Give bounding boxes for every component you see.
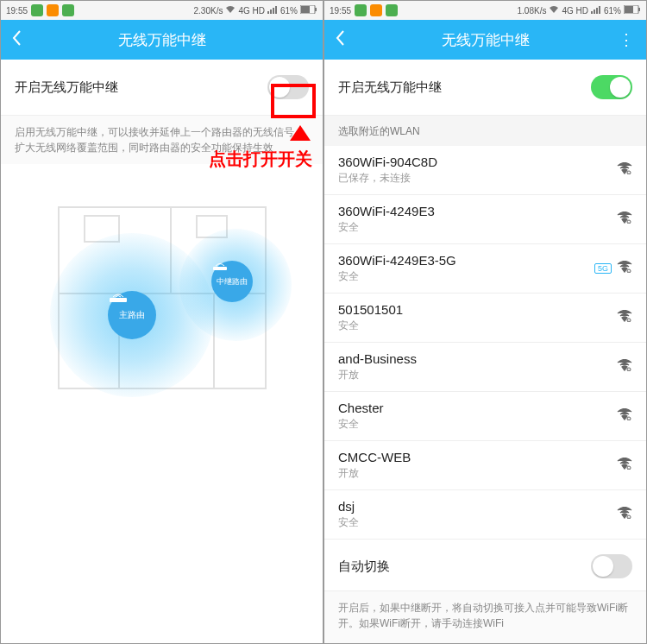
more-button[interactable]: ⋮ — [619, 30, 634, 49]
title-bar: 无线万能中继 ⋮ — [324, 20, 646, 60]
auto-switch-row[interactable]: 自动切换 — [324, 542, 646, 591]
status-net: 4G HD — [562, 6, 588, 16]
wifi-item[interactable]: 360WiFi-4249E3安全a — [324, 195, 646, 244]
status-bar: 19:55 1.08K/s 4G HD 61% — [324, 1, 646, 20]
auto-switch-label: 自动切换 — [338, 559, 390, 575]
main-router-label: 主路由 — [119, 309, 145, 321]
page-title: 无线万能中继 — [1, 30, 323, 50]
wifi-status: 安全 — [338, 515, 359, 530]
status-speed: 1.08K/s — [518, 6, 547, 16]
wlan-section-label: 选取附近的WLAN — [324, 116, 646, 146]
wifi-item[interactable]: dsj安全a — [324, 490, 646, 540]
main-router-node: 主路由 — [108, 291, 156, 339]
wifi-name: Chester — [338, 401, 384, 415]
wifi-item[interactable]: CMCC-WEB开放a — [324, 441, 646, 490]
enable-relay-row[interactable]: 开启无线万能中继 — [324, 60, 646, 116]
signal-icon — [267, 5, 278, 16]
5g-badge: 5G — [594, 263, 612, 274]
extender-router-node: 中继路由 — [211, 261, 253, 302]
wifi-name: 360WiFi-904C8D — [338, 155, 437, 169]
wifi-name: 501501501 — [338, 302, 403, 317]
enable-relay-toggle-on[interactable] — [591, 75, 632, 99]
status-net: 4G HD — [238, 6, 265, 16]
status-bar: 19:55 2.30K/s 4G HD 61% — [1, 1, 323, 20]
wifi-status: 安全 — [338, 220, 435, 235]
svg-rect-11 — [213, 267, 227, 270]
wifi-item[interactable]: 360WiFi-904C8D已保存，未连接a — [324, 146, 646, 195]
wifi-signal-icon: a — [617, 212, 632, 227]
status-icon-3 — [386, 4, 398, 16]
svg-rect-1 — [301, 6, 310, 13]
extender-router-label: 中继路由 — [217, 276, 248, 287]
screen-right: 19:55 1.08K/s 4G HD 61% 无线万能中继 ⋮ 开 — [324, 0, 647, 644]
status-icon-2 — [370, 4, 382, 16]
status-time: 19:55 — [330, 6, 351, 16]
battery-icon — [300, 5, 317, 16]
status-battery: 61% — [280, 6, 298, 16]
wifi-signal-icon: a — [617, 359, 632, 375]
wifi-status: 开放 — [338, 368, 417, 382]
annotation-text: 点击打开开关 — [209, 148, 312, 171]
wifi-signal-icon: a — [617, 408, 632, 424]
status-icon-2 — [47, 4, 59, 16]
status-icon-1 — [31, 4, 43, 16]
wifi-icon — [549, 5, 559, 16]
wifi-signal-icon: a — [617, 162, 632, 178]
wifi-name: dsj — [338, 499, 359, 514]
wifi-status: 安全 — [338, 269, 456, 284]
status-icon-3 — [62, 4, 74, 16]
battery-icon — [624, 5, 641, 16]
wifi-item[interactable]: 501501501安全a — [324, 294, 646, 343]
wifi-signal-icon: a — [617, 458, 632, 473]
status-time: 19:55 — [6, 6, 28, 16]
svg-rect-10 — [110, 298, 127, 302]
wifi-signal-icon: a — [617, 507, 632, 522]
enable-relay-label: 开启无线万能中继 — [338, 79, 442, 96]
signal-icon — [591, 5, 601, 16]
auto-switch-toggle[interactable] — [591, 554, 632, 578]
wifi-status: 安全 — [338, 319, 403, 333]
wifi-signal-icon: a — [617, 261, 632, 276]
auto-switch-desc: 开启后，如果中继断开，将自动切换可接入点并可能导致WiFi断开。如果WiFi断开… — [324, 591, 646, 643]
wifi-name: 360WiFi-4249E3 — [338, 204, 435, 218]
wifi-status: 安全 — [338, 417, 384, 432]
wifi-name: CMCC-WEB — [338, 450, 411, 464]
svg-rect-2 — [315, 8, 317, 11]
svg-rect-13 — [625, 6, 633, 13]
enable-relay-toggle-off[interactable] — [267, 75, 309, 99]
enable-relay-label: 开启无线万能中继 — [15, 79, 118, 96]
screen-left: 19:55 2.30K/s 4G HD 61% 无线万能中继 点击打开开关 — [0, 0, 324, 644]
status-icon-1 — [355, 4, 367, 16]
wifi-list[interactable]: 360WiFi-904C8D已保存，未连接a360WiFi-4249E3安全a3… — [324, 146, 646, 542]
enable-relay-row[interactable]: 开启无线万能中继 — [1, 60, 323, 116]
back-button[interactable] — [335, 29, 345, 51]
back-button[interactable] — [11, 29, 22, 51]
wifi-status: 开放 — [338, 466, 411, 481]
status-battery: 61% — [604, 6, 621, 16]
wifi-item[interactable]: Chester安全a — [324, 392, 646, 441]
wifi-name: and-Business — [338, 351, 417, 366]
wifi-icon — [225, 5, 236, 16]
wifi-status: 已保存，未连接 — [338, 171, 437, 186]
wifi-name: 360WiFi-4249E3-5G — [338, 253, 456, 268]
wifi-item[interactable]: 360WiFi-4249E3-5G安全5Ga — [324, 244, 646, 294]
status-speed: 2.30K/s — [194, 6, 223, 16]
svg-rect-14 — [638, 8, 640, 11]
wifi-item[interactable]: and-Business开放a — [324, 343, 646, 392]
wifi-signal-icon: a — [617, 310, 632, 325]
page-title: 无线万能中继 — [324, 30, 646, 50]
title-bar: 无线万能中继 — [1, 20, 323, 60]
coverage-illustration: 主路由 中继路由 — [1, 164, 323, 643]
